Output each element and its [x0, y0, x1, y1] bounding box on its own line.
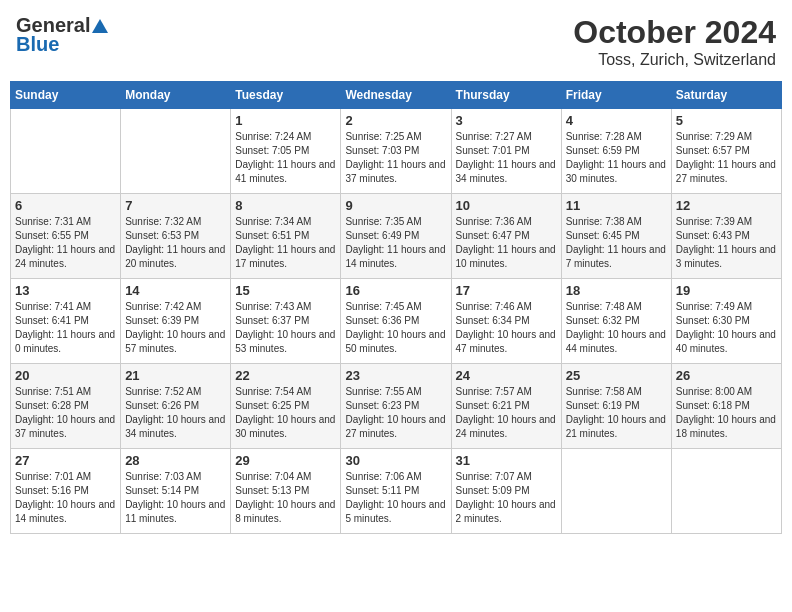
cell-info: Sunset: 6:57 PM — [676, 144, 777, 158]
cell-info: Sunset: 6:26 PM — [125, 399, 226, 413]
cell-info: Sunset: 6:47 PM — [456, 229, 557, 243]
cell-info: Sunset: 5:16 PM — [15, 484, 116, 498]
day-number: 10 — [456, 198, 557, 213]
cell-info: Sunrise: 7:31 AM — [15, 215, 116, 229]
cell-info: Daylight: 10 hours and 21 minutes. — [566, 413, 667, 441]
cell-info: Sunset: 6:59 PM — [566, 144, 667, 158]
cell-info: Sunrise: 7:57 AM — [456, 385, 557, 399]
day-number: 28 — [125, 453, 226, 468]
day-number: 22 — [235, 368, 336, 383]
cell-info: Sunrise: 7:52 AM — [125, 385, 226, 399]
cell-info: Sunset: 6:53 PM — [125, 229, 226, 243]
location-title: Toss, Zurich, Switzerland — [573, 51, 776, 69]
logo: General Blue — [16, 14, 109, 56]
cell-info: Sunset: 6:19 PM — [566, 399, 667, 413]
cell-info: Sunset: 6:41 PM — [15, 314, 116, 328]
weekday-header: Sunday — [11, 82, 121, 109]
calendar-cell: 20Sunrise: 7:51 AMSunset: 6:28 PMDayligh… — [11, 364, 121, 449]
cell-info: Sunrise: 7:41 AM — [15, 300, 116, 314]
day-number: 21 — [125, 368, 226, 383]
day-number: 18 — [566, 283, 667, 298]
calendar-cell: 8Sunrise: 7:34 AMSunset: 6:51 PMDaylight… — [231, 194, 341, 279]
cell-info: Sunset: 6:34 PM — [456, 314, 557, 328]
cell-info: Sunrise: 7:28 AM — [566, 130, 667, 144]
day-number: 14 — [125, 283, 226, 298]
cell-info: Sunrise: 7:54 AM — [235, 385, 336, 399]
day-number: 24 — [456, 368, 557, 383]
day-number: 29 — [235, 453, 336, 468]
title-block: October 2024 Toss, Zurich, Switzerland — [573, 14, 776, 69]
cell-info: Sunset: 6:36 PM — [345, 314, 446, 328]
cell-info: Sunrise: 7:43 AM — [235, 300, 336, 314]
weekday-header: Thursday — [451, 82, 561, 109]
cell-info: Daylight: 11 hours and 24 minutes. — [15, 243, 116, 271]
cell-info: Daylight: 10 hours and 34 minutes. — [125, 413, 226, 441]
calendar-cell: 16Sunrise: 7:45 AMSunset: 6:36 PMDayligh… — [341, 279, 451, 364]
cell-info: Sunrise: 8:00 AM — [676, 385, 777, 399]
cell-info: Daylight: 10 hours and 40 minutes. — [676, 328, 777, 356]
calendar-cell — [121, 109, 231, 194]
cell-info: Daylight: 10 hours and 50 minutes. — [345, 328, 446, 356]
day-number: 9 — [345, 198, 446, 213]
weekday-header: Monday — [121, 82, 231, 109]
logo-blue: Blue — [16, 33, 59, 56]
cell-info: Sunrise: 7:32 AM — [125, 215, 226, 229]
cell-info: Daylight: 10 hours and 30 minutes. — [235, 413, 336, 441]
calendar-cell: 23Sunrise: 7:55 AMSunset: 6:23 PMDayligh… — [341, 364, 451, 449]
cell-info: Daylight: 10 hours and 5 minutes. — [345, 498, 446, 526]
weekday-header: Tuesday — [231, 82, 341, 109]
cell-info: Sunset: 6:39 PM — [125, 314, 226, 328]
cell-info: Daylight: 11 hours and 20 minutes. — [125, 243, 226, 271]
cell-info: Sunrise: 7:58 AM — [566, 385, 667, 399]
cell-info: Sunset: 5:14 PM — [125, 484, 226, 498]
cell-info: Sunrise: 7:35 AM — [345, 215, 446, 229]
calendar-cell: 19Sunrise: 7:49 AMSunset: 6:30 PMDayligh… — [671, 279, 781, 364]
cell-info: Sunset: 7:01 PM — [456, 144, 557, 158]
calendar-cell — [11, 109, 121, 194]
cell-info: Daylight: 10 hours and 11 minutes. — [125, 498, 226, 526]
weekday-header: Friday — [561, 82, 671, 109]
calendar-cell: 10Sunrise: 7:36 AMSunset: 6:47 PMDayligh… — [451, 194, 561, 279]
calendar-cell: 6Sunrise: 7:31 AMSunset: 6:55 PMDaylight… — [11, 194, 121, 279]
cell-info: Sunset: 6:28 PM — [15, 399, 116, 413]
cell-info: Sunset: 6:37 PM — [235, 314, 336, 328]
calendar-cell: 18Sunrise: 7:48 AMSunset: 6:32 PMDayligh… — [561, 279, 671, 364]
day-number: 4 — [566, 113, 667, 128]
cell-info: Daylight: 11 hours and 30 minutes. — [566, 158, 667, 186]
cell-info: Sunset: 5:11 PM — [345, 484, 446, 498]
calendar-week-row: 6Sunrise: 7:31 AMSunset: 6:55 PMDaylight… — [11, 194, 782, 279]
day-number: 15 — [235, 283, 336, 298]
svg-marker-0 — [92, 19, 108, 33]
cell-info: Daylight: 10 hours and 27 minutes. — [345, 413, 446, 441]
day-number: 26 — [676, 368, 777, 383]
cell-info: Daylight: 10 hours and 47 minutes. — [456, 328, 557, 356]
cell-info: Daylight: 10 hours and 14 minutes. — [15, 498, 116, 526]
cell-info: Sunset: 6:25 PM — [235, 399, 336, 413]
calendar-cell: 5Sunrise: 7:29 AMSunset: 6:57 PMDaylight… — [671, 109, 781, 194]
day-number: 13 — [15, 283, 116, 298]
cell-info: Daylight: 11 hours and 17 minutes. — [235, 243, 336, 271]
cell-info: Sunrise: 7:25 AM — [345, 130, 446, 144]
calendar-cell: 14Sunrise: 7:42 AMSunset: 6:39 PMDayligh… — [121, 279, 231, 364]
day-number: 31 — [456, 453, 557, 468]
calendar-cell: 25Sunrise: 7:58 AMSunset: 6:19 PMDayligh… — [561, 364, 671, 449]
logo-icon — [91, 17, 109, 35]
calendar-cell: 28Sunrise: 7:03 AMSunset: 5:14 PMDayligh… — [121, 449, 231, 534]
calendar-cell: 1Sunrise: 7:24 AMSunset: 7:05 PMDaylight… — [231, 109, 341, 194]
calendar-week-row: 20Sunrise: 7:51 AMSunset: 6:28 PMDayligh… — [11, 364, 782, 449]
cell-info: Sunset: 6:51 PM — [235, 229, 336, 243]
cell-info: Sunrise: 7:46 AM — [456, 300, 557, 314]
calendar-cell: 27Sunrise: 7:01 AMSunset: 5:16 PMDayligh… — [11, 449, 121, 534]
cell-info: Daylight: 10 hours and 53 minutes. — [235, 328, 336, 356]
cell-info: Sunrise: 7:38 AM — [566, 215, 667, 229]
cell-info: Daylight: 10 hours and 37 minutes. — [15, 413, 116, 441]
cell-info: Sunrise: 7:55 AM — [345, 385, 446, 399]
day-number: 27 — [15, 453, 116, 468]
cell-info: Sunrise: 7:42 AM — [125, 300, 226, 314]
cell-info: Daylight: 10 hours and 44 minutes. — [566, 328, 667, 356]
cell-info: Sunset: 6:45 PM — [566, 229, 667, 243]
cell-info: Sunset: 5:13 PM — [235, 484, 336, 498]
cell-info: Sunset: 6:21 PM — [456, 399, 557, 413]
day-number: 20 — [15, 368, 116, 383]
cell-info: Daylight: 11 hours and 41 minutes. — [235, 158, 336, 186]
